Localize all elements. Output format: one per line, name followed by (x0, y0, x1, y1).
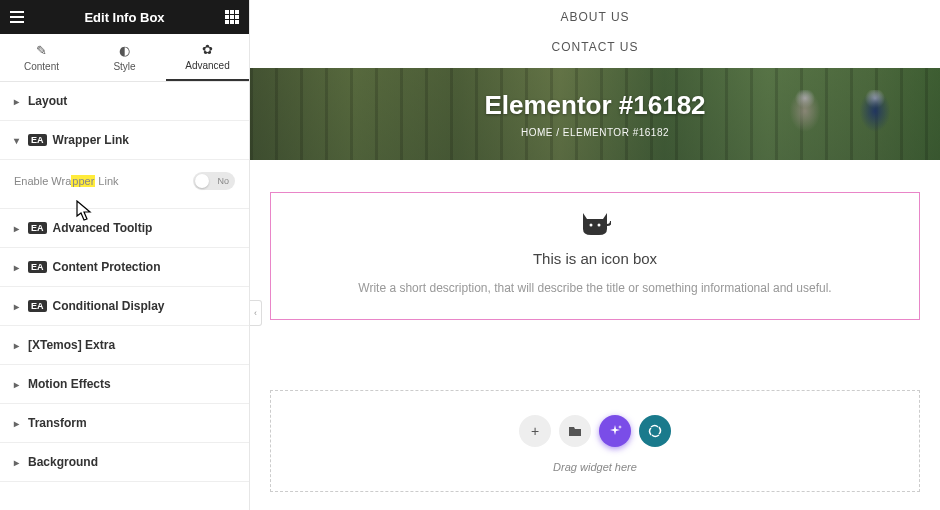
joomla-button[interactable] (639, 415, 671, 447)
nav-link-contact[interactable]: CONTACT US (250, 32, 940, 62)
ea-badge: EA (28, 261, 47, 273)
chevron-right-icon: ▸ (14, 262, 22, 273)
ea-badge: EA (28, 134, 47, 146)
section-label: Conditional Display (53, 299, 165, 313)
tab-content[interactable]: ✎ Content (0, 34, 83, 81)
section-label: Transform (28, 416, 87, 430)
page-hero: Elementor #16182 HOME / ELEMENTOR #16182 (250, 68, 940, 160)
section-conditional-display[interactable]: ▸ EA Conditional Display (0, 287, 249, 326)
svg-point-1 (598, 224, 601, 227)
sidebar-header: Edit Info Box (0, 0, 249, 34)
section-background[interactable]: ▸ Background (0, 443, 249, 482)
section-wrapper-link[interactable]: ▾ EA Wrapper Link (0, 121, 249, 160)
tab-style[interactable]: ◐ Style (83, 34, 166, 81)
ea-badge: EA (28, 222, 47, 234)
info-box-description: Write a short description, that will des… (301, 281, 889, 295)
section-label: Content Protection (53, 260, 161, 274)
section-advanced-tooltip[interactable]: ▸ EA Advanced Tooltip (0, 209, 249, 248)
sparkle-icon (607, 423, 623, 439)
tab-advanced[interactable]: ✿ Advanced (166, 34, 249, 81)
tab-label: Style (113, 61, 135, 72)
info-box-widget[interactable]: This is an icon box Write a short descri… (270, 192, 920, 320)
chevron-right-icon: ▸ (14, 340, 22, 351)
chevron-right-icon: ▸ (14, 379, 22, 390)
elementor-sidebar: Edit Info Box ✎ Content ◐ Style ✿ Advanc… (0, 0, 250, 510)
ai-button[interactable] (599, 415, 631, 447)
panel-scroll[interactable]: ▸ Layout ▾ EA Wrapper Link Enable Wrappe… (0, 82, 249, 510)
chevron-right-icon: ▸ (14, 96, 22, 107)
chevron-right-icon: ▸ (14, 223, 22, 234)
add-widget-buttons: + (271, 415, 919, 447)
dropzone-label: Drag widget here (271, 461, 919, 473)
chevron-right-icon: ▸ (14, 457, 22, 468)
empty-section-dropzone[interactable]: + Drag widget here (270, 390, 920, 492)
breadcrumb-separator: / (556, 127, 559, 138)
widgets-grid-icon[interactable] (225, 10, 239, 24)
pencil-icon: ✎ (36, 43, 47, 58)
section-label: Advanced Tooltip (53, 221, 153, 235)
ea-badge: EA (28, 300, 47, 312)
gear-icon: ✿ (202, 42, 213, 57)
toggle-enable-wrapper-link[interactable]: No (193, 172, 235, 190)
tab-label: Content (24, 61, 59, 72)
section-label: Layout (28, 94, 67, 108)
panel-title: Edit Info Box (84, 10, 164, 25)
section-label: Motion Effects (28, 377, 111, 391)
section-label: Wrapper Link (53, 133, 129, 147)
joomla-icon (648, 424, 662, 438)
hero-image-decoration (850, 90, 900, 160)
section-layout[interactable]: ▸ Layout (0, 82, 249, 121)
section-content-protection[interactable]: ▸ EA Content Protection (0, 248, 249, 287)
cat-icon (301, 211, 889, 244)
section-xtemos-extra[interactable]: ▸ [XTemos] Extra (0, 326, 249, 365)
section-label: [XTemos] Extra (28, 338, 115, 352)
breadcrumb-current: ELEMENTOR #16182 (563, 127, 669, 138)
hero-image-decoration (780, 90, 830, 160)
site-nav: ABOUT US CONTACT US (250, 0, 940, 62)
breadcrumb-home[interactable]: HOME (521, 127, 553, 138)
section-label: Background (28, 455, 98, 469)
panel-tabs: ✎ Content ◐ Style ✿ Advanced (0, 34, 249, 82)
svg-point-0 (590, 224, 593, 227)
contrast-icon: ◐ (119, 43, 130, 58)
section-motion-effects[interactable]: ▸ Motion Effects (0, 365, 249, 404)
breadcrumb: HOME / ELEMENTOR #16182 (521, 127, 669, 138)
section-transform[interactable]: ▸ Transform (0, 404, 249, 443)
template-library-button[interactable] (559, 415, 591, 447)
control-enable-wrapper-link: Enable Wrapper Link No (14, 172, 235, 190)
chevron-down-icon: ▾ (14, 135, 22, 146)
add-section-button[interactable]: + (519, 415, 551, 447)
page-title: Elementor #16182 (484, 90, 705, 121)
editor-canvas: ‹ ABOUT US CONTACT US Elementor #16182 H… (250, 0, 940, 510)
menu-icon[interactable] (10, 11, 24, 23)
control-label: Enable Wrapper Link (14, 175, 119, 187)
chevron-right-icon: ▸ (14, 301, 22, 312)
collapse-sidebar-button[interactable]: ‹ (250, 300, 262, 326)
section-wrapper-link-content: Enable Wrapper Link No (0, 160, 249, 209)
tab-label: Advanced (185, 60, 229, 71)
folder-icon (568, 425, 582, 437)
chevron-right-icon: ▸ (14, 418, 22, 429)
nav-link-about[interactable]: ABOUT US (250, 2, 940, 32)
info-box-title: This is an icon box (301, 250, 889, 267)
